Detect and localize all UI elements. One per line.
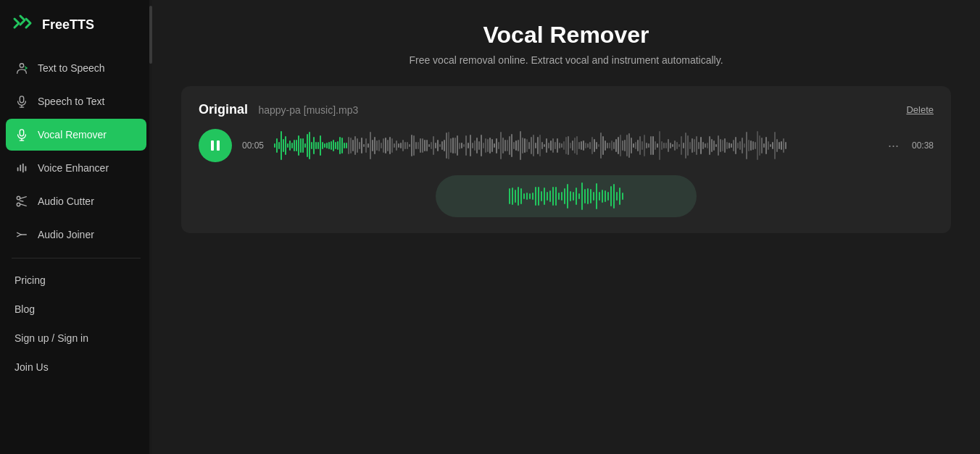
waveform-bar: [433, 136, 434, 156]
processing-button[interactable]: [436, 175, 697, 217]
time-end: 00:38: [912, 140, 934, 151]
sidebar-item-label: Voice Enhancer: [38, 162, 109, 174]
waveform-bar: [478, 141, 480, 150]
waveform-bar: [709, 136, 710, 155]
sidebar-item-blog[interactable]: Blog: [0, 295, 152, 324]
waveform-bar: [676, 142, 678, 148]
waveform-bar: [465, 135, 467, 156]
waveform-bar: [333, 140, 334, 151]
waveform-bar: [283, 139, 284, 153]
nav-divider: [12, 258, 141, 258]
waveform-bar: [307, 134, 308, 157]
app-name: FreeTTS: [42, 17, 94, 33]
waveform-bar: [285, 136, 286, 155]
sidebar: FreeTTS Text to Speech: [0, 0, 152, 454]
waveform-bar: [541, 142, 543, 149]
waveform-bar: [511, 134, 512, 157]
waveform-bar: [596, 142, 597, 149]
waveform-bar: [509, 136, 510, 156]
waveform-bar: [570, 143, 571, 148]
processing-bar: [584, 189, 586, 203]
waveform-bar: [359, 142, 360, 149]
waveform-bar: [348, 137, 349, 154]
processing-bar: [526, 193, 528, 201]
waveform-bar: [576, 136, 578, 154]
waveform-bar: [454, 138, 456, 154]
waveform-bar: [296, 140, 297, 151]
waveform-bar: [528, 142, 530, 149]
waveform-bar: [376, 140, 378, 151]
sidebar-item-voice-enhancer[interactable]: Voice Enhancer: [6, 152, 146, 184]
waveform-bar: [726, 142, 728, 149]
processing-bar: [561, 192, 562, 201]
main-content: Vocal Remover Free vocal removal online.…: [152, 0, 980, 454]
waveform-bar: [581, 141, 582, 150]
processing-bar: [567, 184, 568, 209]
waveform-bar: [535, 143, 536, 148]
processing-area: [199, 175, 934, 217]
waveform-bar: [459, 143, 460, 149]
stt-icon: [14, 94, 29, 109]
processing-bar: [607, 192, 609, 201]
waveform-bar: [485, 138, 486, 153]
waveform-bar: [641, 141, 643, 151]
waveform-bar: [487, 139, 489, 153]
waveform-bar: [652, 136, 654, 156]
processing-bar: [605, 190, 606, 202]
logo-area[interactable]: FreeTTS: [0, 0, 152, 52]
join-label: Join Us: [14, 361, 49, 373]
sidebar-item-vocal-remover[interactable]: Vocal Remover: [6, 119, 146, 151]
waveform-bar: [441, 141, 443, 150]
sidebar-item-audio-cutter[interactable]: Audio Cutter: [6, 185, 146, 217]
waveform-bar: [678, 144, 680, 147]
audio-card: Original happy-pa [music].mp3 Delete 00:…: [181, 86, 951, 233]
processing-bar: [529, 193, 531, 198]
waveform-bar: [372, 140, 373, 151]
sidebar-item-signup[interactable]: Sign up / Sign in: [0, 324, 152, 353]
processing-bar: [544, 188, 545, 204]
sidebar-item-join[interactable]: Join Us: [0, 353, 152, 382]
waveform-bar: [768, 141, 769, 150]
waveform-bar: [696, 136, 697, 155]
waveform-bar: [331, 141, 332, 149]
waveform-bar: [742, 138, 743, 153]
sidebar-item-audio-joiner[interactable]: Audio Joiner: [6, 219, 146, 251]
processing-bar: [593, 192, 594, 201]
waveform-bar: [378, 140, 380, 152]
processing-bar: [523, 193, 525, 199]
more-options-button[interactable]: ···: [885, 138, 902, 154]
waveform-bar: [409, 144, 410, 148]
waveform-bar: [578, 142, 580, 150]
waveform-bar: [450, 138, 452, 153]
waveform-bar: [757, 131, 758, 160]
waveform-bar: [278, 142, 280, 149]
waveform-bar: [426, 140, 428, 151]
waveform-bar: [463, 144, 465, 148]
waveform-bar: [618, 137, 619, 154]
sidebar-item-speech-to-text[interactable]: Speech to Text: [6, 85, 146, 117]
waveform-bar: [496, 138, 497, 154]
waveform-bar: [361, 138, 362, 154]
waveform-bar: [548, 143, 549, 149]
waveform-bar: [365, 138, 367, 154]
waveform-bar: [713, 140, 715, 151]
delete-button[interactable]: Delete: [906, 104, 934, 115]
waveform-bar: [785, 142, 786, 149]
svg-line-17: [17, 235, 21, 237]
waveform-bar: [437, 140, 439, 151]
pause-button[interactable]: [199, 129, 232, 162]
svg-line-13: [20, 197, 26, 199]
waveform-bar: [739, 141, 741, 150]
waveform-bar: [515, 140, 517, 151]
processing-bar: [518, 187, 519, 206]
waveform-bar: [320, 135, 321, 155]
sidebar-item-pricing[interactable]: Pricing: [0, 266, 152, 295]
waveform-bar: [668, 139, 669, 152]
waveform-bar: [428, 144, 430, 148]
waveform-bar: [398, 143, 399, 148]
pause-icon: [209, 139, 222, 152]
sidebar-item-text-to-speech[interactable]: Text to Speech: [6, 52, 146, 84]
waveform-display[interactable]: [274, 129, 875, 162]
waveform-bar: [681, 136, 682, 156]
cut-icon: [14, 194, 29, 209]
